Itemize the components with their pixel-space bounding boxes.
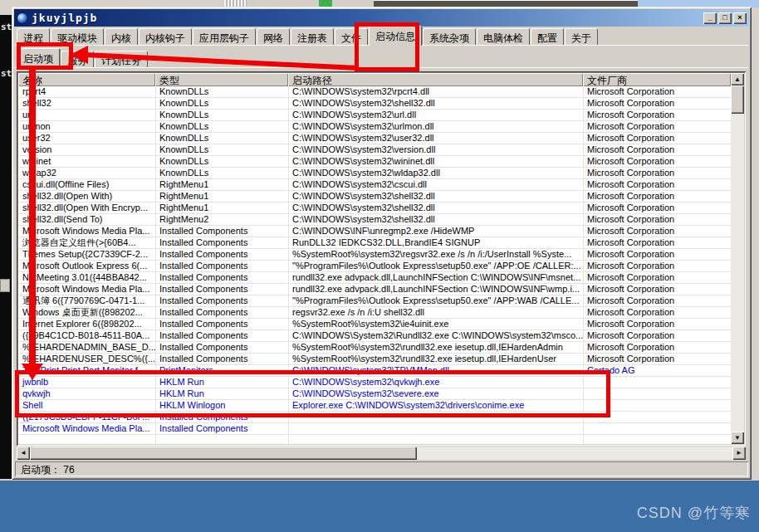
main-tab[interactable]: 启动信息 [369,26,422,46]
cell-vendor: Microsoft Corporation [583,284,731,295]
main-tab[interactable]: 内核 [105,28,138,46]
main-tab[interactable]: 文件 [335,28,368,46]
cell-name: rpcrt4 [18,86,155,98]
horizontal-scroll-thumb[interactable] [30,447,417,460]
table-row[interactable]: Windows 桌面更新({898202... Installed Compon… [18,307,731,319]
main-tab[interactable]: 电脑体检 [477,28,530,46]
minimize-button[interactable]: _ [703,12,717,24]
main-tab[interactable]: 内核钩子 [139,28,192,46]
column-header-name[interactable]: 名称 [18,73,155,86]
maximize-button[interactable]: □ [718,12,732,24]
table-row[interactable]: 通讯簿 6({7790769C-0471-1... Installed Comp… [18,295,731,307]
table-row[interactable]: shell32.dll(Send To) RightMenu2 C:\WINDO… [18,214,731,226]
cell-path: "%ProgramFiles%\Outlook Express\setup50.… [288,295,583,307]
table-row[interactable]: version KnownDLLs C:\WINDOWS\system32\ve… [18,144,731,156]
table-row[interactable]: %IEHARDENADMIN_BASE_D... Installed Compo… [18,342,731,354]
sub-tab[interactable]: 服务 [61,51,94,68]
cell-vendor: Microsoft Corporation [583,319,731,330]
window-title: jkuyjlpjb [32,12,97,24]
scroll-right-icon[interactable]: ► [732,447,746,460]
csdn-watermark: CSDN @竹等寒 [637,503,751,523]
cell-vendor: Microsoft Corporation [583,191,731,203]
cell-type: HKLM Run [155,377,288,388]
cell-type: KnownDLLs [155,133,288,144]
cell-vendor: Microsoft Corporation [583,121,731,133]
table-row[interactable]: Microsoft Outlook Express 6(... Installe… [18,261,731,272]
list-header: 名称 类型 启动路径 文件厂商 [18,73,731,86]
table-row[interactable]: Themes Setup({2C7339CF-2... Installed Co… [18,249,731,261]
cell-vendor: Microsoft Corporation [583,86,731,98]
table-row[interactable]: shell32.dll(Open With) RightMenu1 C:\WIN… [18,191,731,203]
table-row[interactable]: ({2179C5D3-EBFF-11CF-B6F... Installed Co… [18,412,731,423]
table-row[interactable]: rpcrt4 KnownDLLs C:\WINDOWS\system32\rpc… [18,86,731,98]
close-button[interactable]: × [733,12,747,24]
table-row[interactable]: urlmon KnownDLLs C:\WINDOWS\system32\url… [18,121,731,133]
table-row[interactable]: Microsoft Windows Media Pla... Installed… [18,423,731,435]
table-row[interactable]: cscui.dll(Offline Files) RightMenu1 C:\W… [18,179,731,191]
table-row[interactable]: ThinPrint Print Port Monitor f... PrintM… [18,365,731,377]
table-row[interactable]: wininet KnownDLLs C:\WINDOWS\system32\wi… [18,156,731,168]
table-row[interactable]: jwbnlb HKLM Run C:\WINDOWS\system32\qvkw… [18,377,731,388]
table-row[interactable]: 浏览器自定义组件(>{60B4... Installed Components … [18,237,731,249]
main-tab[interactable]: 驱动模块 [51,28,104,46]
table-row[interactable]: Shell HKLM Winlogon Explorer.exe C:\WIND… [18,400,731,412]
table-row[interactable]: ({89B4C1CD-B018-4511-B0A... Installed Co… [18,330,731,342]
horizontal-scrollbar[interactable]: ◄ ► [17,447,746,460]
sub-tab[interactable]: 启动项 [17,48,60,68]
cell-path: "%ProgramFiles%\Outlook Express\setup50.… [288,261,583,272]
column-header-type[interactable]: 类型 [155,73,288,86]
tab-label: 网络 [263,32,283,44]
cell-name: Themes Setup({2C7339CF-2... [18,249,155,261]
cell-type: Installed Components [155,423,288,435]
tab-label: 应用层钩子 [199,32,249,44]
main-tab[interactable]: 系统杂项 [423,28,476,46]
main-tab[interactable]: 配置 [531,28,564,46]
vertical-scrollbar[interactable]: ▲ ▼ [731,73,744,444]
cell-name: shell32 [18,98,155,110]
cell-vendor: Microsoft Corporation [583,168,731,179]
scroll-down-icon[interactable]: ▼ [731,432,744,444]
table-row[interactable]: shell32 KnownDLLs C:\WINDOWS\system32\sh… [18,98,731,110]
cell-name: Internet Explorer 6({898202... [18,319,155,330]
cell-vendor: Microsoft Corporation [583,261,731,272]
cell-name: 通讯簿 6({7790769C-0471-1... [18,295,155,307]
startup-items-list: 名称 类型 启动路径 文件厂商 rpcrt4 KnownDLLs C:\WIND… [17,71,746,446]
console-text: st [1,68,12,79]
table-row[interactable]: shell32.dll(Open With Encryp... RightMen… [18,203,731,214]
cell-name: qvkwjh [18,388,155,400]
cell-name: Microsoft Windows Media Pla... [18,284,155,295]
column-header-path[interactable]: 启动路径 [288,73,583,86]
sub-tab[interactable]: 计划任务 [95,51,148,68]
cell-vendor: Microsoft Corporation [583,98,731,110]
cell-path: C:\WINDOWS\system32\shell32.dll [288,191,583,203]
table-row[interactable]: Internet Explorer 6({898202... Installed… [18,319,731,330]
main-tab[interactable]: 进程 [17,28,50,46]
cell-name: ({89B4C1CD-B018-4511-B0A... [18,330,155,342]
scroll-left-icon[interactable]: ◄ [17,447,30,460]
cell-type: KnownDLLs [155,86,288,98]
cell-vendor: Microsoft Corporation [583,307,731,319]
cell-vendor: Microsoft Corporation [583,110,731,121]
main-tab[interactable]: 关于 [565,28,598,46]
table-row[interactable]: NetMeeting 3.01({44BBA842... Installed C… [18,272,731,284]
vertical-scroll-thumb[interactable] [731,85,744,114]
main-tab[interactable]: 应用层钩子 [193,28,256,46]
table-row[interactable]: qvkwjh HKLM Run C:\WINDOWS\system32\seve… [18,388,731,400]
table-row[interactable]: url KnownDLLs C:\WINDOWS\system32\url.dl… [18,110,731,121]
main-tab[interactable]: 注册表 [291,28,334,46]
table-row[interactable]: %IEHARDENUSER_DESC%({... Installed Compo… [18,354,731,365]
table-row[interactable]: Microsoft Windows Media Pla... Installed… [18,226,731,237]
cell-path: C:\WINDOWS\system32\shell32.dll [288,214,583,226]
cell-path: regsvr32.exe /s /n /i:U shell32.dll [288,307,583,319]
table-row[interactable]: user32 KnownDLLs C:\WINDOWS\system32\use… [18,133,731,144]
table-row[interactable]: Microsoft Windows Media Pla... Installed… [18,284,731,295]
titlebar[interactable]: jkuyjlpjb _ □ × [14,9,749,27]
cell-vendor: Microsoft Corporation [583,226,731,237]
scroll-up-icon[interactable]: ▲ [731,73,744,85]
cell-type: Installed Components [155,261,288,272]
column-header-vendor[interactable]: 文件厂商 [583,73,731,86]
cell-path: C:\WINDOWS\system32\TPVMMon.dll [288,365,583,377]
app-window: jkuyjlpjb _ □ × 进程 驱动模块 内核 内核钩子 应用 [12,7,752,480]
main-tab[interactable]: 网络 [257,28,290,46]
table-row[interactable]: wldap32 KnownDLLs C:\WINDOWS\system32\wl… [18,168,731,179]
